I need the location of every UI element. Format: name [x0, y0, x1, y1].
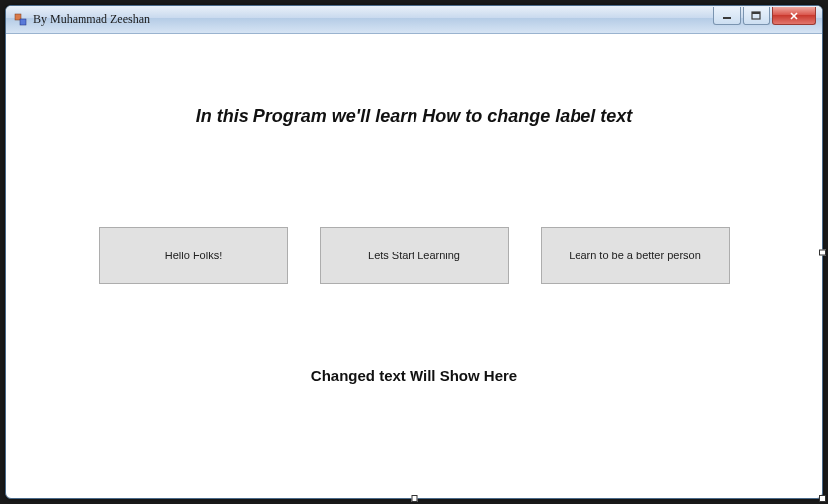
designer-handle-corner[interactable] — [819, 495, 826, 502]
lets-start-learning-button[interactable]: Lets Start Learning — [320, 227, 509, 284]
svg-rect-1 — [20, 19, 26, 25]
svg-rect-4 — [752, 12, 760, 14]
output-label: Changed text Will Show Here — [14, 367, 814, 384]
designer-handle-right[interactable] — [819, 249, 826, 255]
window-controls — [713, 7, 816, 25]
maximize-icon — [751, 11, 761, 21]
minimize-icon — [722, 12, 732, 20]
app-icon — [14, 13, 28, 27]
heading-label: In this Program we'll learn How to chang… — [14, 106, 814, 127]
svg-rect-2 — [723, 17, 731, 19]
close-button[interactable] — [772, 7, 816, 25]
window-title: By Muhammad Zeeshan — [33, 12, 150, 27]
app-window: By Muhammad Zeeshan In this Program we'l… — [5, 5, 823, 499]
button-row: Hello Folks! Lets Start Learning Learn t… — [14, 227, 814, 284]
maximize-button[interactable] — [743, 7, 770, 25]
titlebar[interactable]: By Muhammad Zeeshan — [6, 6, 822, 34]
close-icon — [788, 11, 800, 21]
minimize-button[interactable] — [713, 7, 741, 25]
client-area: In this Program we'll learn How to chang… — [14, 42, 814, 490]
hello-folks-button[interactable]: Hello Folks! — [99, 227, 288, 284]
learn-better-person-button[interactable]: Learn to be a better person — [541, 227, 730, 284]
designer-handle-bottom[interactable] — [411, 495, 417, 502]
